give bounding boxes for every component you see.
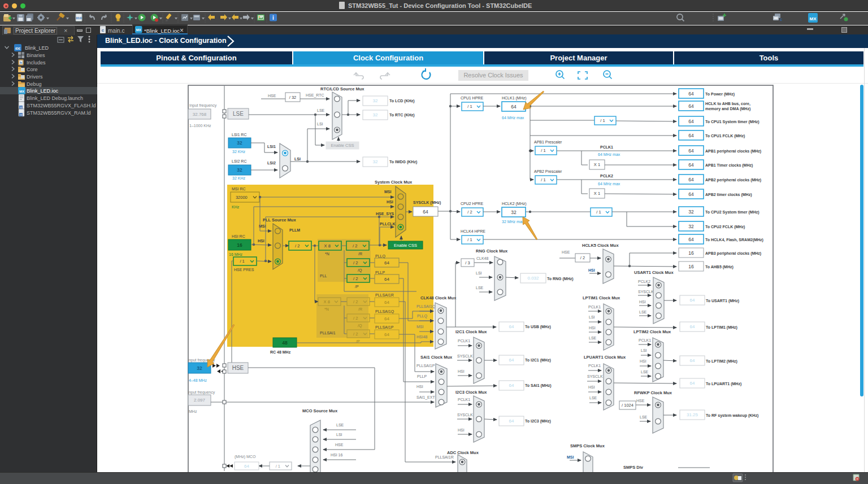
svg-text:64: 64 xyxy=(688,237,694,242)
svg-text:HSE: HSE xyxy=(636,399,645,403)
svg-text:64: 64 xyxy=(509,418,514,424)
svg-text:X 1: X 1 xyxy=(594,162,600,167)
svg-text:To CPU1 FCLK (MHz): To CPU1 FCLK (MHz) xyxy=(705,134,745,138)
svg-text:/ 2: / 2 xyxy=(467,210,472,215)
svg-text:MSI: MSI xyxy=(567,455,574,459)
svg-text:PLLSAI1: PLLSAI1 xyxy=(320,331,336,335)
svg-text:To I2C1 (MHz): To I2C1 (MHz) xyxy=(525,358,551,363)
svg-text:To LPTIM1 (MHz): To LPTIM1 (MHz) xyxy=(706,325,737,330)
svg-text:CLK48 Clock Mux: CLK48 Clock Mux xyxy=(420,295,457,300)
svg-text:LSI1: LSI1 xyxy=(267,145,276,149)
svg-text:LSE: LSE xyxy=(639,310,647,314)
svg-text:APB2 peripheral clocks (MHz): APB2 peripheral clocks (MHz) xyxy=(705,178,761,182)
svg-text:RC 48 MHz: RC 48 MHz xyxy=(270,350,291,354)
svg-text:APB2 Prescaler: APB2 Prescaler xyxy=(534,169,562,173)
svg-text:32 MHz max: 32 MHz max xyxy=(502,220,524,224)
svg-text:ADC Clock Mux: ADC Clock Mux xyxy=(447,450,479,455)
svg-text:HSI: HSI xyxy=(588,268,595,272)
svg-text:To HCLK4, Flash, SRAM2(MHz): To HCLK4, Flash, SRAM2(MHz) xyxy=(705,238,763,242)
svg-text:To RF system wakeup (KHz): To RF system wakeup (KHz) xyxy=(706,413,758,418)
svg-text:HSI: HSI xyxy=(639,300,646,304)
svg-text:LPUART1 Clock Mux: LPUART1 Clock Mux xyxy=(584,355,626,360)
svg-text:SAI1 Clock Mux: SAI1 Clock Mux xyxy=(420,355,453,360)
svg-text:To IWDG (KHz): To IWDG (KHz) xyxy=(389,160,417,164)
svg-text:APB1 peripheral clocks (MHz): APB1 peripheral clocks (MHz) xyxy=(705,149,761,154)
svg-text:32: 32 xyxy=(197,365,202,371)
svg-text:PLLSAI1R: PLLSAI1R xyxy=(375,293,394,297)
svg-text:To I2C3 (MHz): To I2C3 (MHz) xyxy=(525,419,551,424)
svg-text:HSE: HSE xyxy=(335,443,344,447)
svg-text:SYSCLK: SYSCLK xyxy=(457,354,473,358)
svg-text:64: 64 xyxy=(688,103,694,109)
svg-text:32000: 32000 xyxy=(236,195,248,200)
svg-text:32: 32 xyxy=(511,210,517,215)
svg-text:LSE: LSE xyxy=(589,336,597,340)
svg-text:I2C1 Clock Mux: I2C1 Clock Mux xyxy=(455,329,487,334)
svg-text:APB2 timer clocks (MHz): APB2 timer clocks (MHz) xyxy=(705,193,752,197)
svg-text:64: 64 xyxy=(688,162,694,168)
svg-text:MSI: MSI xyxy=(384,190,392,194)
svg-text:HSE: HSE xyxy=(562,250,570,254)
svg-text:LSE: LSE xyxy=(641,370,649,374)
svg-text:32: 32 xyxy=(373,112,378,117)
svg-text:LSI: LSI xyxy=(317,122,323,126)
svg-text:HCLK4 HPRE: HCLK4 HPRE xyxy=(461,229,485,233)
svg-text:64: 64 xyxy=(384,277,389,282)
svg-text:PLLSAI1P: PLLSAI1P xyxy=(375,325,394,329)
svg-text:LSE: LSE xyxy=(233,111,244,117)
svg-text:PCLK1: PCLK1 xyxy=(458,339,470,343)
svg-text:/P: /P xyxy=(355,285,359,289)
svg-text:16: 16 xyxy=(688,250,694,256)
svg-text:To LPUART1 (MHz): To LPUART1 (MHz) xyxy=(706,382,741,386)
svg-text:PCLK1: PCLK1 xyxy=(458,398,470,402)
svg-text:APB3 peripheral clocks (MHz): APB3 peripheral clocks (MHz) xyxy=(705,251,761,256)
svg-text:PLLQ: PLLQ xyxy=(417,314,427,319)
svg-text:/ 1: / 1 xyxy=(467,104,472,109)
svg-text:/ 1: / 1 xyxy=(541,177,545,182)
svg-text:HSE_SYS: HSE_SYS xyxy=(376,212,394,216)
svg-text:MHz: MHz xyxy=(189,409,197,413)
svg-text:To CPU2 System timer (MHz): To CPU2 System timer (MHz) xyxy=(705,210,760,215)
svg-text:HSI: HSI xyxy=(589,326,596,330)
svg-text:PCLK1: PCLK1 xyxy=(588,364,601,368)
svg-text:1–1000 KHz: 1–1000 KHz xyxy=(189,124,211,128)
svg-text:64: 64 xyxy=(423,209,428,215)
svg-text:To CPU1 System timer (MHz): To CPU1 System timer (MHz) xyxy=(705,120,760,124)
svg-text:/ 2: / 2 xyxy=(353,260,358,265)
svg-text:32: 32 xyxy=(688,209,694,215)
svg-text:16: 16 xyxy=(237,242,242,248)
svg-text:LSE: LSE xyxy=(336,423,344,427)
svg-text:MCO Source Mux: MCO Source Mux xyxy=(302,408,338,413)
svg-text:16: 16 xyxy=(688,264,694,269)
svg-text:/ 2: / 2 xyxy=(353,332,358,337)
svg-text:64: 64 xyxy=(688,133,694,138)
svg-text:PLLM: PLLM xyxy=(289,228,300,232)
svg-text:PLL: PLL xyxy=(320,274,327,278)
svg-text:PLLSAI1P: PLLSAI1P xyxy=(416,364,435,368)
svg-text:RTC/LCD Source Mux: RTC/LCD Source Mux xyxy=(320,86,364,91)
svg-text:To RNG (MHz): To RNG (MHz) xyxy=(547,277,574,281)
svg-text:/ 2: / 2 xyxy=(353,299,358,304)
svg-text:SMPS Clock Mux: SMPS Clock Mux xyxy=(570,443,605,448)
svg-text:USART1 Clock Mux: USART1 Clock Mux xyxy=(634,270,674,275)
svg-text:PLLCLK: PLLCLK xyxy=(380,222,396,226)
svg-text:To USART1 (MHz): To USART1 (MHz) xyxy=(706,299,739,303)
svg-text:64: 64 xyxy=(384,260,389,265)
svg-text:X 8: X 8 xyxy=(324,299,330,304)
svg-text:SMPS Div: SMPS Div xyxy=(623,465,644,470)
svg-text:PLLSAI1R: PLLSAI1R xyxy=(435,455,454,459)
svg-text:(MHz) MCO: (MHz) MCO xyxy=(235,455,256,459)
svg-text:X 8: X 8 xyxy=(324,243,331,248)
svg-text:64: 64 xyxy=(384,316,389,321)
svg-text:/ 1: / 1 xyxy=(467,237,472,242)
svg-text:/R: /R xyxy=(358,252,362,256)
svg-text:HCLK1 (MHz): HCLK1 (MHz) xyxy=(502,96,527,101)
svg-text:PCLK2: PCLK2 xyxy=(638,280,650,284)
svg-text:LSI: LSI xyxy=(641,348,647,352)
svg-text:HSI: HSI xyxy=(458,369,465,373)
svg-text:LSI: LSI xyxy=(294,157,301,161)
svg-text:HSI 16: HSI 16 xyxy=(331,453,343,457)
svg-text:32: 32 xyxy=(688,224,694,229)
svg-text:LSE: LSE xyxy=(640,415,648,419)
svg-text:64 MHz max: 64 MHz max xyxy=(502,116,524,120)
